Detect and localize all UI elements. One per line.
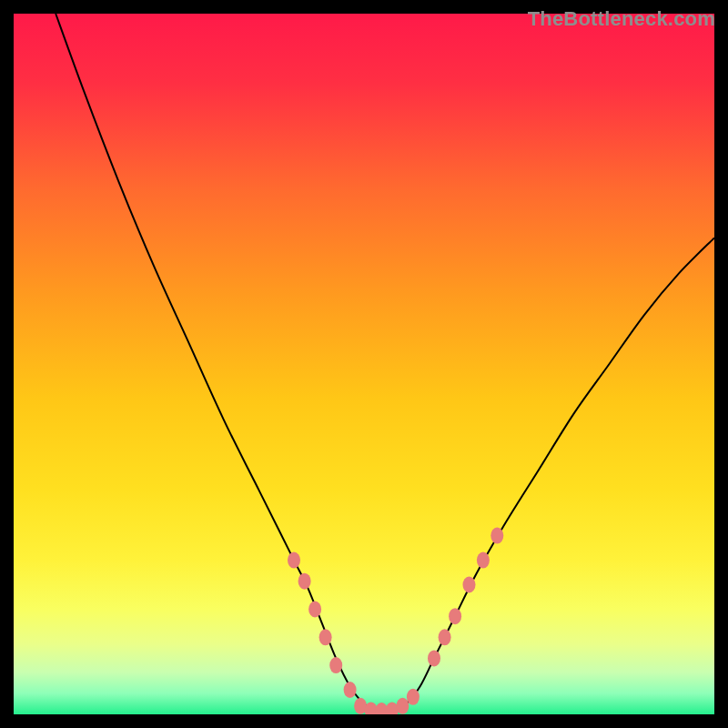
curve-marker bbox=[449, 608, 461, 624]
curve-marker bbox=[344, 682, 357, 698]
curve-marker bbox=[288, 552, 300, 569]
chart-svg bbox=[14, 14, 714, 714]
curve-marker bbox=[308, 602, 321, 618]
watermark-text: TheBottleneck.com bbox=[528, 7, 715, 31]
curve-marker bbox=[477, 552, 490, 569]
curve-marker bbox=[329, 657, 342, 673]
curve-marker bbox=[439, 629, 451, 645]
curve-marker bbox=[298, 573, 311, 590]
curve-marker bbox=[463, 577, 476, 593]
plot-area bbox=[14, 14, 714, 714]
curve-marker bbox=[407, 689, 420, 705]
curve-marker bbox=[396, 698, 409, 714]
chart-frame: TheBottleneck.com bbox=[0, 0, 728, 728]
curve-marker bbox=[490, 528, 503, 544]
curve-marker bbox=[428, 650, 440, 666]
curve-marker bbox=[319, 629, 332, 645]
